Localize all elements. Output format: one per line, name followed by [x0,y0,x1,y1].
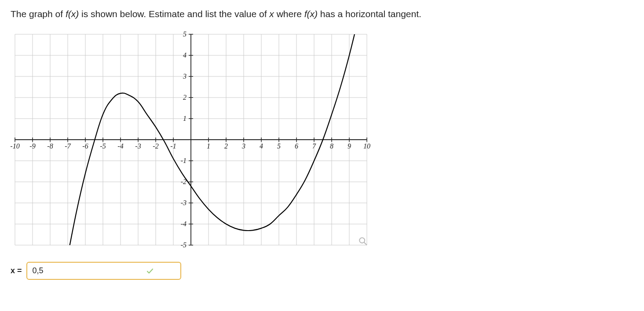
y-tick-label: -3 [181,199,187,206]
answer-label: x = [11,266,22,275]
x-tick-label: 7 [312,142,316,150]
x-tick-label: -7 [65,142,71,150]
x-tick-label: -3 [135,142,141,150]
y-tick-label: 3 [183,72,187,80]
x-tick-label: -1 [170,142,176,150]
x-tick-label: -10 [11,142,20,150]
chart-svg: -10-9-8-7-6-5-4-3-2-112345678910-5-4-3-2… [11,30,371,250]
x-tick-label: 3 [242,142,245,150]
x-tick-label: 5 [277,142,281,150]
svg-line-66 [364,242,367,245]
x-tick-label: -5 [100,142,106,150]
zoom-icon[interactable] [358,236,368,246]
y-tick-label: 1 [183,115,187,122]
x-tick-label: -8 [47,142,53,150]
y-tick-label: 4 [183,51,187,59]
x-tick-label: 6 [295,142,298,150]
answer-input[interactable] [26,262,181,280]
y-tick-label: -5 [181,241,187,249]
y-tick-label: 5 [183,30,187,38]
x-tick-label: 8 [330,142,333,150]
x-tick-label: 9 [348,142,351,150]
chart-container: -10-9-8-7-6-5-4-3-2-112345678910-5-4-3-2… [11,30,371,250]
x-tick-label: 4 [260,142,263,150]
x-tick-label: 10 [363,142,370,150]
x-tick-label: 2 [224,142,228,150]
y-tick-label: -4 [181,220,187,228]
x-tick-label: -9 [29,142,35,150]
x-tick-label: 1 [207,142,210,150]
x-tick-label: -6 [82,142,88,150]
answer-row: x = [11,262,633,280]
y-tick-label: -1 [181,157,187,164]
question-text: The graph of f(x) is shown below. Estima… [11,9,633,19]
x-tick-label: -4 [117,142,123,150]
x-tick-label: -2 [153,142,158,150]
y-tick-label: 2 [183,94,187,101]
